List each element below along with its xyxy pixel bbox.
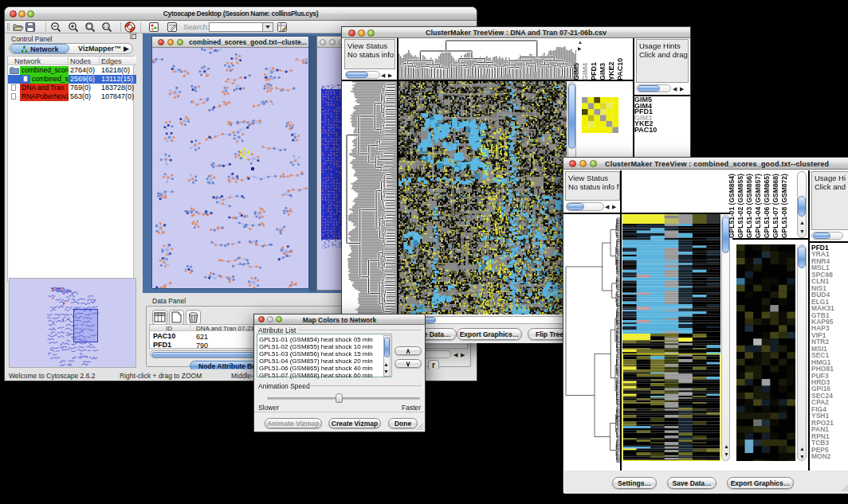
svg-text:1:1: 1:1 (104, 25, 109, 29)
svg-text:Search:: Search: (183, 22, 210, 31)
